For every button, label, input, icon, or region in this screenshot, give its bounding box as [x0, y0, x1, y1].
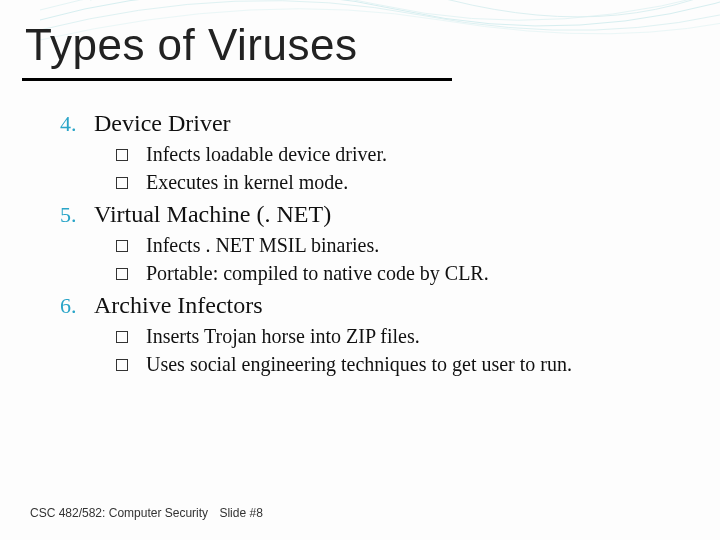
sub-text: Inserts Trojan horse into ZIP files. — [146, 323, 420, 349]
checkbox-icon — [116, 149, 128, 161]
sub-item: Uses social engineering techniques to ge… — [116, 351, 690, 377]
item-number: 5. — [60, 202, 94, 228]
footer: CSC 482/582: Computer Security Slide #8 — [30, 506, 263, 520]
item-label: Archive Infectors — [94, 292, 263, 319]
item-label: Device Driver — [94, 110, 231, 137]
list-item: 5. Virtual Machine (. NET) Infects . NET… — [60, 201, 690, 286]
footer-slide-number: Slide #8 — [219, 506, 262, 520]
checkbox-icon — [116, 359, 128, 371]
item-label: Virtual Machine (. NET) — [94, 201, 331, 228]
list-item: 6. Archive Infectors Inserts Trojan hors… — [60, 292, 690, 377]
sub-text: Uses social engineering techniques to ge… — [146, 351, 572, 377]
title-underline — [22, 78, 452, 81]
sub-item: Executes in kernel mode. — [116, 169, 690, 195]
checkbox-icon — [116, 240, 128, 252]
sub-item: Inserts Trojan horse into ZIP files. — [116, 323, 690, 349]
sub-item: Portable: compiled to native code by CLR… — [116, 260, 690, 286]
sub-text: Infects loadable device driver. — [146, 141, 387, 167]
sub-text: Executes in kernel mode. — [146, 169, 348, 195]
footer-course: CSC 482/582: Computer Security — [30, 506, 208, 520]
sub-item: Infects . NET MSIL binaries. — [116, 232, 690, 258]
checkbox-icon — [116, 268, 128, 280]
list-item: 4. Device Driver Infects loadable device… — [60, 110, 690, 195]
checkbox-icon — [116, 177, 128, 189]
sub-item: Infects loadable device driver. — [116, 141, 690, 167]
slide-title: Types of Viruses — [25, 20, 357, 70]
checkbox-icon — [116, 331, 128, 343]
content-area: 4. Device Driver Infects loadable device… — [60, 110, 690, 383]
sub-text: Portable: compiled to native code by CLR… — [146, 260, 489, 286]
item-number: 6. — [60, 293, 94, 319]
item-number: 4. — [60, 111, 94, 137]
sub-text: Infects . NET MSIL binaries. — [146, 232, 379, 258]
